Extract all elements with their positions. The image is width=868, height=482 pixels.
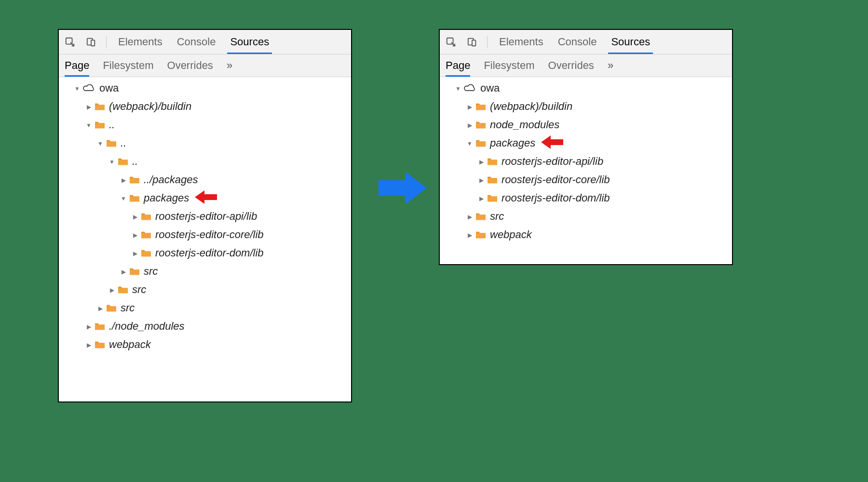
tree-root[interactable]: owa [62,79,348,97]
devtools-panel-before: Elements Console Sources Page Filesystem… [58,29,352,402]
tree-item[interactable]: ./node_modules [62,317,348,335]
more-subtabs-icon[interactable]: » [608,59,613,72]
chevron-down-icon[interactable] [108,159,116,165]
tree-item-packages[interactable]: packages [443,134,729,152]
tab-console[interactable]: Console [174,30,219,54]
tree-item[interactable]: roosterjs-editor-dom/lib [62,244,348,262]
chevron-down-icon[interactable] [96,140,104,147]
chevron-down-icon[interactable] [120,195,127,201]
chevron-down-icon[interactable] [466,140,474,147]
file-tree-left: owa (webpack)/buildin .. [59,77,351,357]
tree-label: roosterjs-editor-core/lib [502,174,610,185]
tree-item[interactable]: roosterjs-editor-api/lib [62,207,348,226]
tree-label: owa [480,83,500,94]
tree-label: packages [144,193,189,203]
tree-item[interactable]: .. [62,134,348,152]
more-subtabs-icon[interactable]: » [227,59,232,72]
chevron-down-icon[interactable] [454,85,462,92]
tree-item[interactable]: webpack [443,226,729,244]
chevron-right-icon[interactable] [131,232,139,238]
chevron-right-icon[interactable] [96,305,104,311]
device-toggle-icon[interactable] [85,36,97,48]
tree-label: webpack [490,229,532,240]
tab-elements[interactable]: Elements [115,30,165,54]
chevron-right-icon[interactable] [477,177,485,183]
cloud-icon [464,84,476,93]
folder-icon [487,194,498,202]
tree-item[interactable]: src [62,281,348,299]
tree-label: ./node_modules [109,321,185,332]
subtab-page[interactable]: Page [65,54,89,77]
tree-item[interactable]: roosterjs-editor-dom/lib [443,189,729,207]
folder-icon [141,249,151,257]
chevron-right-icon[interactable] [477,159,485,165]
chevron-right-icon[interactable] [85,104,93,110]
folder-icon [475,139,486,147]
tab-console[interactable]: Console [555,30,600,54]
tree-root[interactable]: owa [443,79,729,97]
subtab-page[interactable]: Page [446,54,470,77]
chevron-right-icon[interactable] [466,104,474,110]
tab-sources[interactable]: Sources [608,30,653,54]
folder-icon [475,102,486,111]
svg-rect-2 [91,40,95,46]
chevron-right-icon[interactable] [131,250,139,256]
tree-label: webpack [109,339,151,350]
chevron-right-icon[interactable] [120,177,127,183]
tree-label: (webpack)/buildin [490,101,572,112]
tree-item[interactable]: src [443,207,729,226]
tree-item[interactable]: .. [62,116,348,134]
tree-item-packages[interactable]: packages [62,189,348,207]
tree-label: ../packages [144,174,198,185]
folder-icon [95,102,105,111]
tab-elements[interactable]: Elements [496,30,546,54]
tree-item[interactable]: (webpack)/buildin [443,97,729,116]
subtab-overrides[interactable]: Overrides [167,54,213,77]
highlight-arrow-icon [194,189,218,207]
chevron-right-icon[interactable] [466,232,474,238]
tree-item[interactable]: src [62,299,348,317]
subtab-overrides[interactable]: Overrides [548,54,594,77]
tree-item[interactable]: node_modules [443,116,729,134]
tree-label: node_modules [490,120,559,130]
chevron-right-icon[interactable] [120,268,127,275]
folder-icon [141,212,151,221]
tree-item[interactable]: roosterjs-editor-core/lib [443,171,729,189]
tree-item[interactable]: webpack [62,335,348,354]
subtab-filesystem[interactable]: Filesystem [484,54,534,77]
tree-label: src [121,303,135,313]
inspect-icon[interactable] [445,36,457,48]
cloud-icon [83,84,95,93]
tree-item[interactable]: src [62,262,348,281]
tree-label: src [490,211,504,222]
tab-sources[interactable]: Sources [227,30,272,54]
tree-item[interactable]: ../packages [62,171,348,189]
chevron-right-icon[interactable] [466,214,474,220]
chevron-right-icon[interactable] [477,195,485,201]
tree-item[interactable]: roosterjs-editor-core/lib [62,226,348,244]
highlight-arrow-icon [540,134,564,152]
folder-icon [95,340,105,349]
subtab-filesystem[interactable]: Filesystem [103,54,153,77]
devtools-panel-after: Elements Console Sources Page Filesystem… [439,29,733,265]
chevron-right-icon[interactable] [85,323,93,330]
chevron-right-icon[interactable] [466,122,474,128]
sources-subtab-row: Page Filesystem Overrides » [59,54,351,77]
chevron-right-icon[interactable] [131,214,139,220]
tree-label: src [144,266,158,277]
tree-item[interactable]: (webpack)/buildin [62,97,348,116]
device-toggle-icon[interactable] [466,36,478,48]
tree-item[interactable]: roosterjs-editor-api/lib [443,152,729,171]
tree-item[interactable]: .. [62,152,348,171]
chevron-down-icon[interactable] [73,85,81,92]
chevron-right-icon[interactable] [85,342,93,348]
chevron-right-icon[interactable] [108,287,116,293]
folder-icon [95,322,105,331]
folder-icon [95,120,105,129]
folder-icon [475,120,486,129]
tree-label: roosterjs-editor-core/lib [155,229,264,240]
inspect-icon[interactable] [64,36,76,48]
chevron-down-icon[interactable] [85,122,93,128]
folder-icon [475,230,486,239]
svg-rect-5 [472,40,475,46]
